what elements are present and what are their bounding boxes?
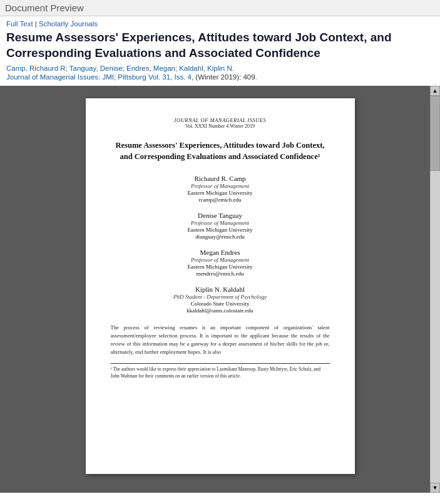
scroll-arrow-up[interactable]: ▲ [430, 86, 440, 96]
author-email-1: dtanguay@emich.edu [111, 234, 330, 240]
article-title-meta: Resume Assessors' Experiences, Attitudes… [6, 30, 434, 61]
full-text-line: Full Text | Scholarly Journals [6, 20, 434, 28]
author-block-1: Denise TanguayProfessor of ManagementEas… [111, 212, 330, 240]
author-block-3: Kiplin N. KaldahlPhD Student - Departmen… [111, 285, 330, 314]
separator: | [35, 20, 37, 28]
author-name-1: Denise Tanguay [111, 212, 330, 219]
scrollbar[interactable]: ▲ ▼ [430, 86, 440, 493]
meta-section: Full Text | Scholarly Journals Resume As… [0, 16, 440, 86]
scroll-thumb[interactable] [430, 96, 440, 171]
paper-footnote: ¹ The authors would like to express thei… [111, 363, 330, 379]
author-name-3: Kiplin N. Kaldahl [111, 285, 330, 293]
author-university-1: Eastern Michigan University [111, 227, 330, 233]
author-university-3: Colorado State University [111, 301, 330, 307]
author-block-2: Megan EndresProfessor of ManagementEaste… [111, 249, 330, 277]
scholarly-journals-link[interactable]: Scholarly Journals [39, 20, 98, 28]
vol-info: Vol. 31, Iss. 4, [148, 73, 193, 81]
journal-line: Journal of Managerial Issues: JMI; Pitts… [6, 73, 434, 81]
author-name-0: Richaurd R. Camp [111, 175, 330, 182]
paper-footnote-text: ¹ The authors would like to express thei… [111, 366, 330, 379]
author-title-0: Professor of Management [111, 183, 330, 189]
preview-container: JOURNAL OF MANAGERIAL ISSUES Vol. XXXI N… [0, 86, 440, 493]
author-block-0: Richaurd R. CampProfessor of ManagementE… [111, 175, 330, 203]
paper-journal-vol: Vol. XXXI Number 4 Winter 2019 [111, 123, 330, 129]
journal-name: Journal of Managerial Issues: JMI; Pitts… [6, 73, 146, 81]
author-university-2: Eastern Michigan University [111, 264, 330, 270]
paper-title: Resume Assessors' Experiences, Attitudes… [111, 140, 330, 162]
paper-authors: Richaurd R. CampProfessor of ManagementE… [111, 175, 330, 314]
author-email-0: rcamp@emich.edu [111, 197, 330, 203]
scroll-arrow-down[interactable]: ▼ [430, 483, 440, 493]
author-name-2: Megan Endres [111, 249, 330, 256]
paper-abstract: The process of reviewing resumes is an i… [111, 324, 330, 356]
full-text-link[interactable]: Full Text [6, 20, 33, 28]
author-title-1: Professor of Management [111, 220, 330, 226]
author-title-3: PhD Student - Department of Psychology [111, 294, 330, 300]
paper-document: JOURNAL OF MANAGERIAL ISSUES Vol. XXXI N… [86, 98, 355, 474]
date-info: (Winter 2019): 409. [195, 73, 257, 81]
author-title-2: Professor of Management [111, 257, 330, 263]
authors-line: Camp, Richaurd R; Tanguay, Denise; Endre… [6, 64, 434, 72]
author-email-2: mendres@emich.edu [111, 270, 330, 277]
paper-journal-name: JOURNAL OF MANAGERIAL ISSUES [111, 117, 330, 123]
paper-journal-header: JOURNAL OF MANAGERIAL ISSUES Vol. XXXI N… [111, 117, 330, 129]
top-bar-title: Document Preview [5, 3, 84, 13]
author-university-0: Eastern Michigan University [111, 190, 330, 196]
top-bar: Document Preview [0, 0, 440, 16]
author-email-3: kkaldahl@rams.colostate.edu [111, 307, 330, 314]
